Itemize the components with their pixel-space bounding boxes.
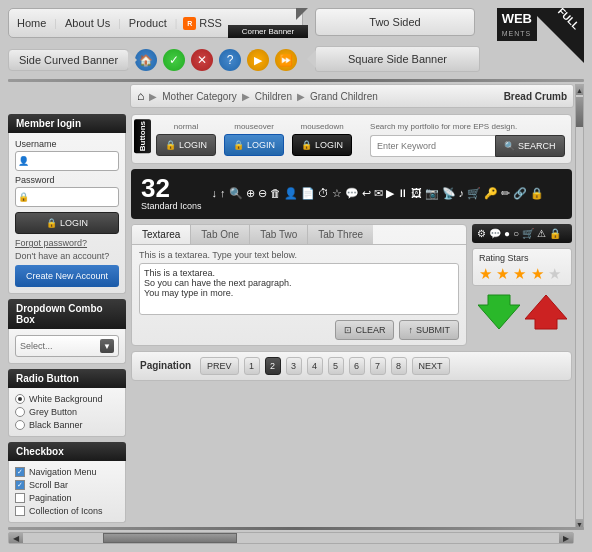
bottom-scrollbar[interactable]: ◀ ▶ (8, 532, 574, 544)
page-5[interactable]: 5 (328, 357, 344, 375)
lock-normal-icon: 🔒 (165, 140, 176, 150)
icon-arrow-down: ↓ (212, 187, 218, 200)
main-content: Buttons normal 🔒 LOGIN mouseover 🔒 LOGIN… (131, 114, 572, 381)
username-input[interactable] (15, 151, 119, 171)
radio-option-1[interactable]: White Background (15, 394, 119, 404)
icon-trash: 🗑 (270, 187, 281, 200)
dropdown-arrow-icon: ▼ (100, 339, 114, 353)
nav-about[interactable]: About Us (57, 17, 118, 29)
icon-btn-home[interactable]: 🏠 (135, 49, 157, 71)
breadcrumb-home-icon[interactable]: ⌂ (137, 89, 144, 103)
settings-bar: ⚙ 💬 ● ○ 🛒 ⚠ 🔒 (472, 224, 572, 243)
member-login-section: Member login Username 👤 Password 🔒 🔒 LOG… (8, 114, 126, 294)
icon-btn-forward[interactable]: ▶ (247, 49, 269, 71)
arrows-area (472, 291, 572, 333)
tabs-row: Textarea Tab One Tab Two Tab Three This … (131, 224, 572, 346)
page-1[interactable]: 1 (244, 357, 260, 375)
nav-product[interactable]: Product (121, 17, 175, 29)
scroll-left-button[interactable]: ◀ (9, 533, 23, 543)
settings-icon[interactable]: ⚙ (477, 228, 486, 239)
login-normal-button[interactable]: 🔒 LOGIN (156, 134, 216, 156)
textarea-input[interactable]: This is a textarea. So you can have the … (139, 263, 459, 315)
dropdown-section: Dropdown Combo Box Select... ▼ (8, 299, 126, 364)
icon-key: 🔑 (484, 187, 498, 200)
rss-icon: R (183, 17, 196, 30)
breadcrumb-item-3[interactable]: Grand Children (310, 91, 378, 102)
icons-grid: ↓ ↑ 🔍 ⊕ ⊖ 🗑 👤 📄 ⏱ ☆ 💬 ↩ ✉ ▶ ⏸ 🖼 📷 📡 ♪ 🛒 … (212, 187, 562, 200)
prev-button[interactable]: PREV (200, 357, 239, 375)
button-normal-group: normal 🔒 LOGIN (156, 122, 216, 156)
password-input[interactable] (15, 187, 119, 207)
page-6[interactable]: 6 (349, 357, 365, 375)
nav-home[interactable]: Home (9, 17, 54, 29)
clear-button[interactable]: ⊡ CLEAR (335, 320, 394, 340)
tab-two[interactable]: Tab Two (250, 225, 308, 244)
nav-rss[interactable]: R RSS (177, 17, 228, 30)
right-side-panel: ⚙ 💬 ● ○ 🛒 ⚠ 🔒 Rating Stars ★ ★ ★ ★ ★ (472, 224, 572, 346)
icon-btn-close[interactable]: ✕ (191, 49, 213, 71)
checkbox-header: Checkbox (8, 442, 126, 461)
page-3[interactable]: 3 (286, 357, 302, 375)
star-4[interactable]: ★ (531, 265, 544, 282)
right-scrollbar[interactable]: ▲ ▼ (575, 84, 584, 530)
select-box[interactable]: Select... ▼ (15, 335, 119, 357)
pagination-label: Pagination (140, 360, 195, 371)
page-8[interactable]: 8 (391, 357, 407, 375)
checkbox-item-4[interactable]: Collection of Icons (15, 506, 119, 516)
breadcrumb-item-2[interactable]: Children (255, 91, 292, 102)
icon-rss: 📡 (442, 187, 456, 200)
page-4[interactable]: 4 (307, 357, 323, 375)
icon-image: 🖼 (411, 187, 422, 200)
page-2-active[interactable]: 2 (265, 357, 281, 375)
pagination-bar: Pagination PREV 1 2 3 4 5 6 7 8 NEXT (131, 351, 572, 381)
radio-option-3[interactable]: Black Banner (15, 420, 119, 430)
stars-display: ★ ★ ★ ★ ★ (479, 266, 565, 281)
left-panel: Member login Username 👤 Password 🔒 🔒 LOG… (8, 114, 126, 523)
forgot-password-link[interactable]: Forgot password? (15, 238, 119, 248)
scroll-thumb[interactable] (576, 97, 583, 127)
submit-button[interactable]: ↑ SUBMIT (399, 320, 459, 340)
radio-option-2[interactable]: Grey Button (15, 407, 119, 417)
horizontal-scroll-thumb[interactable] (103, 533, 237, 543)
icon-star: ☆ (332, 187, 342, 200)
scroll-right-button[interactable]: ▶ (559, 533, 573, 543)
checkbox-item-2[interactable]: ✓ Scroll Bar (15, 480, 119, 490)
lock-icon: 🔒 (46, 218, 57, 228)
search-input[interactable] (370, 135, 495, 157)
icon-btn-play[interactable]: ⏩ (275, 49, 297, 71)
checkbox-item-3[interactable]: Pagination (15, 493, 119, 503)
login-hover-button[interactable]: 🔒 LOGIN (224, 134, 284, 156)
checkbox-item-1[interactable]: ✓ Navigation Menu (15, 467, 119, 477)
buttons-section: Buttons normal 🔒 LOGIN mouseover 🔒 LOGIN… (131, 114, 572, 164)
clear-icon: ⊡ (344, 325, 352, 335)
create-account-button[interactable]: Create New Account (15, 265, 119, 287)
radio-header: Radio Button (8, 369, 126, 388)
icon-clock: ⏱ (318, 187, 329, 200)
icon-btn-check[interactable]: ✓ (163, 49, 185, 71)
breadcrumb-item-1[interactable]: Mother Category (162, 91, 236, 102)
star-3[interactable]: ★ (513, 265, 526, 282)
star-1[interactable]: ★ (479, 265, 492, 282)
star-2[interactable]: ★ (496, 265, 509, 282)
svg-marker-1 (525, 295, 567, 329)
tab-textarea[interactable]: Textarea (132, 225, 191, 244)
icon-btn-question[interactable]: ? (219, 49, 241, 71)
icons-count-number: 32 (141, 175, 202, 201)
icon-doc: 📄 (301, 187, 315, 200)
search-button[interactable]: 🔍 SEARCH (495, 135, 565, 157)
full-corner-banner: FULL (529, 8, 584, 63)
next-button[interactable]: NEXT (412, 357, 450, 375)
cart-icon[interactable]: 🛒 (522, 228, 534, 239)
login-mousedown-button[interactable]: 🔒 LOGIN (292, 134, 352, 156)
star-5[interactable]: ★ (548, 265, 561, 282)
username-label: Username (15, 139, 119, 149)
page-7[interactable]: 7 (370, 357, 386, 375)
chat-icon[interactable]: 💬 (489, 228, 501, 239)
tab-three[interactable]: Tab Three (308, 225, 373, 244)
search-area: Search my portfolio for more EPS design.… (370, 122, 565, 157)
scroll-up-arrow[interactable]: ▲ (576, 85, 583, 95)
tab-one[interactable]: Tab One (191, 225, 250, 244)
login-button[interactable]: 🔒 LOGIN (15, 212, 119, 234)
icon-pen: ✏ (501, 187, 510, 200)
radio-section: Radio Button White Background Grey Butto… (8, 369, 126, 437)
